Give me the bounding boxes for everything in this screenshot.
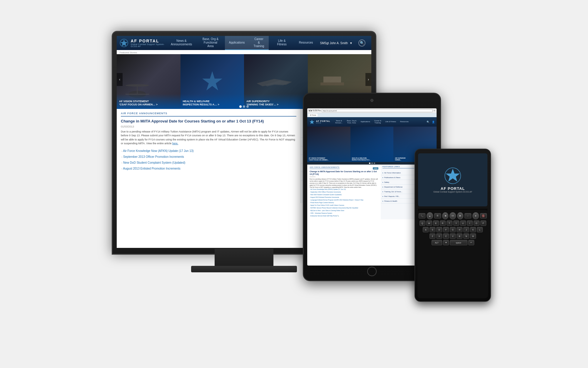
bb-key-z[interactable]: Z: [430, 233, 435, 239]
bb-key-k[interactable]: K: [470, 227, 476, 232]
nav-item-base[interactable]: Base, Org &Functional Area: [196, 36, 225, 50]
tablet-news-5[interactable]: Language Enlisted Airman Program (LEAP) …: [310, 199, 378, 201]
bb-key-e[interactable]: E: [433, 221, 439, 226]
username-text: SMSgt John A. Smith: [320, 42, 348, 45]
bb-key-p[interactable]: P: [480, 221, 486, 226]
hero-dot-2[interactable]: [243, 105, 245, 108]
url-bar[interactable]: https://cs-pt.my.af.mil: [322, 109, 433, 112]
bb-end-key[interactable]: 📵: [480, 213, 487, 218]
bb-key-t[interactable]: T: [447, 221, 452, 226]
tablet-news-9[interactable]: MyCare is Here - your Clinic is Coming O…: [310, 210, 378, 211]
nav-item-career[interactable]: Career &Training: [249, 36, 269, 50]
news-link-2[interactable]: September 2013 Officer Promotion Increme…: [121, 155, 296, 159]
tablet-news-8[interactable]: NOTAM: Verizon Phone Record Collection D…: [310, 207, 378, 209]
tablet-home-button[interactable]: [367, 267, 377, 276]
bb-key-enter[interactable]: ↵: [468, 240, 474, 245]
bb-back-key[interactable]: ←: [465, 213, 471, 218]
bb-key-g[interactable]: G: [450, 227, 456, 232]
tablet-news-6[interactable]: Portal Home Page Content Advisory: [310, 202, 378, 203]
bb-key-r[interactable]: R: [440, 221, 446, 226]
bb-key-alt[interactable]: ALT: [432, 240, 442, 245]
tablet-news-7[interactable]: Apply For Free Online CCAF credit Cultur…: [310, 204, 378, 206]
tablet-dot-3[interactable]: [374, 163, 375, 164]
bb-menu-key[interactable]: ☰: [434, 213, 441, 218]
tablet-slide-1[interactable]: AF VISION STATEMENT'CSAF FOCUS ON AIRMEN…: [307, 127, 350, 162]
reload-icon[interactable]: ↻: [434, 110, 435, 112]
bb-key-a[interactable]: A: [423, 227, 429, 232]
nav-item-resources[interactable]: Resources: [295, 36, 317, 50]
tablet-nav-apps[interactable]: Applications: [359, 121, 371, 123]
read-more-link[interactable]: here.: [172, 142, 178, 145]
tablet-news-1[interactable]: Air Force Knowledge Now (AFKN) Update (1…: [310, 188, 378, 190]
nav-search[interactable]: 🔍: [355, 36, 368, 50]
hero-slide-2[interactable]: HEALTH & WELFAREINSPECTION RESULTS A… >: [181, 54, 244, 109]
bb-key-d[interactable]: D: [436, 227, 442, 232]
bb-key-x[interactable]: X: [436, 233, 442, 239]
hero-next-button[interactable]: ›: [365, 73, 371, 86]
news-link-4[interactable]: August 2013 Enlisted Promotion Increment…: [121, 166, 296, 171]
bb-key-o[interactable]: O: [474, 221, 480, 226]
tablet-news-10[interactable]: VRS - Volunteer Reserve System: [310, 212, 378, 214]
tablet-fl-6[interactable]: Perf. Reports / FB...: [381, 194, 416, 199]
bb-nav-up[interactable]: ▲: [427, 212, 433, 219]
bb-key-n[interactable]: N: [463, 233, 469, 239]
tablet-nav-resources[interactable]: Resources: [399, 121, 410, 123]
bb-key-star[interactable]: ★: [443, 240, 449, 245]
bb-key-s[interactable]: S: [430, 227, 435, 232]
bb-key-q[interactable]: Q: [420, 221, 425, 226]
bb-nav-ok[interactable]: OK: [450, 212, 456, 219]
bb-key-i[interactable]: I: [467, 221, 473, 226]
tablet-news-2[interactable]: September 2013 Officer Promotion Increme…: [310, 191, 378, 193]
bb-call-key[interactable]: 📞: [419, 213, 425, 218]
tablet-nav-base[interactable]: Base, Org &Func. Area: [345, 120, 358, 124]
bb-nav-down[interactable]: ▼: [472, 212, 479, 219]
tablet-dot-2[interactable]: [371, 163, 373, 164]
search-icon[interactable]: 🔍: [358, 39, 365, 47]
hero-prev-button[interactable]: ‹: [117, 73, 123, 86]
dropdown-icon[interactable]: ▼: [350, 42, 353, 45]
nav-item-applications[interactable]: Applications: [225, 36, 249, 50]
nav-item-life[interactable]: Life & Fitness: [269, 36, 295, 50]
tablet-dot-1[interactable]: [369, 163, 370, 164]
bb-key-y[interactable]: Y: [453, 221, 459, 226]
tablet-search-icon[interactable]: 🔍: [427, 121, 430, 123]
tablet-fl-2[interactable]: Publications & News: [381, 175, 416, 180]
bb-frame: AF PORTAL Global Combat Support System-G…: [415, 149, 491, 302]
bb-key-u[interactable]: U: [460, 221, 466, 226]
tablet-nav-career[interactable]: Career &Training: [373, 120, 383, 124]
bb-key-w[interactable]: W: [426, 221, 432, 226]
bb-nav-right[interactable]: ▶: [457, 212, 463, 219]
tablet-nav-news[interactable]: News &Announ...: [334, 120, 344, 124]
hero-dot-3[interactable]: [246, 105, 249, 108]
news-link-3[interactable]: New DoD Student Complaint System (Update…: [121, 160, 296, 165]
tablet-fl-1[interactable]: Air Force Information: [381, 170, 416, 175]
tablet-news-4[interactable]: August 2013 Enlisted Promotion Increment…: [310, 196, 378, 198]
nav-item-news[interactable]: News &Announcements: [167, 36, 196, 50]
svg-marker-13: [446, 169, 460, 182]
tablet-fl-3[interactable]: Safety: [381, 180, 416, 185]
tablet-news-3[interactable]: New DoD Student Complaint System (Update…: [310, 194, 378, 195]
bb-nav-left[interactable]: ◀: [442, 212, 448, 219]
hero-dot-1[interactable]: [239, 105, 242, 108]
tablet-add-button[interactable]: ADD: [373, 167, 378, 170]
bb-key-space[interactable]: space: [450, 240, 467, 245]
af-portal-tab[interactable]: AF Portal: [308, 114, 318, 117]
tablet-news-11[interactable]: Enterprise Service Desk Self Help Portal…: [310, 215, 378, 217]
tablet-nav-life[interactable]: Life & Fitness: [384, 121, 397, 123]
tablet-fl-4[interactable]: Department of Defense: [381, 185, 416, 189]
tablet-fl-7[interactable]: Fitness & Health: [381, 199, 416, 203]
tablet-slide-2[interactable]: HEALTH & WELFAREINSPECTION RESULTS A…: [350, 127, 394, 162]
hero-slide-1[interactable]: AF VISION STATEMENT'CSAF FOCUS ON AIRMEN…: [117, 54, 181, 109]
bb-key-m[interactable]: M: [470, 233, 476, 239]
tablet-user-icon[interactable]: 👤: [432, 121, 435, 123]
bb-key-h[interactable]: H: [457, 227, 462, 232]
bb-key-f[interactable]: F: [443, 227, 449, 232]
bb-key-v[interactable]: V: [450, 233, 456, 239]
bb-key-b[interactable]: B: [457, 233, 462, 239]
hero-slide-3[interactable]: AIR SUPERIORITY'OWNING THE SKIES'… >: [244, 54, 308, 109]
bb-key-c[interactable]: C: [443, 233, 449, 239]
tablet-fl-5[interactable]: Training, Ed. & Force...: [381, 189, 416, 194]
bb-key-l[interactable]: L: [477, 227, 483, 232]
news-link-1[interactable]: Air Force Knowledge Now (AFKN) Update (1…: [121, 149, 296, 153]
bb-key-j[interactable]: J: [463, 227, 469, 232]
